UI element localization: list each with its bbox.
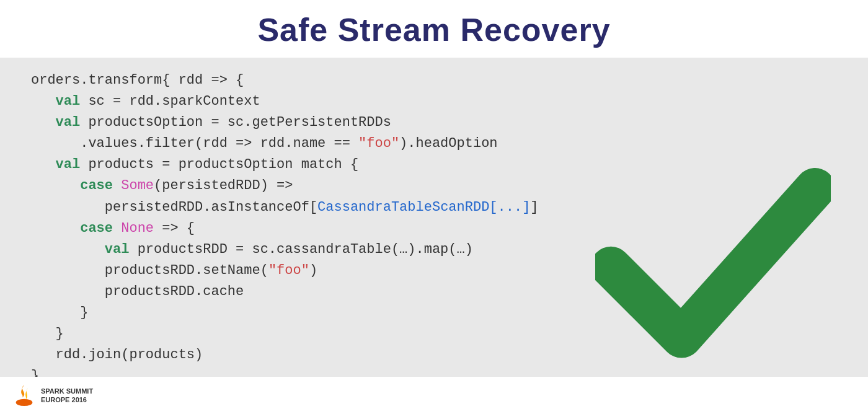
code-line: case None => {	[31, 218, 843, 239]
code-line: productsRDD.cache	[31, 281, 843, 302]
title-area: Safe Stream Recovery	[0, 0, 868, 58]
spark-logo-area: SPARK SUMMIT EUROPE 2016	[12, 384, 93, 407]
slide: Safe Stream Recovery orders.transform{ r…	[0, 0, 868, 414]
code-line: val sc = rdd.sparkContext	[31, 91, 843, 112]
code-line: persistedRDD.asInstanceOf[CassandraTable…	[31, 197, 843, 218]
slide-title: Safe Stream Recovery	[12, 11, 856, 48]
spark-logo-icon	[12, 384, 36, 407]
footer-logo-text: SPARK SUMMIT EUROPE 2016	[41, 387, 93, 405]
code-line: case Some(persistedRDD) =>	[31, 175, 843, 196]
code-line: val productsRDD = sc.cassandraTable(…).m…	[31, 239, 843, 260]
code-line: orders.transform{ rdd => {	[31, 70, 843, 91]
code-line: }	[31, 302, 843, 324]
code-line: rdd.join(products)	[31, 345, 843, 366]
bottom-bar: SPARK SUMMIT EUROPE 2016	[0, 377, 868, 414]
code-line: .values.filter(rdd => rdd.name == "foo")…	[31, 133, 843, 154]
code-area: orders.transform{ rdd => { val sc = rdd.…	[0, 58, 868, 414]
code-line: val productsOption = sc.getPersistentRDD…	[31, 112, 843, 133]
code-line: }	[31, 324, 843, 345]
svg-point-0	[16, 399, 33, 406]
code-line: val products = productsOption match {	[31, 154, 843, 175]
code-line: productsRDD.setName("foo")	[31, 260, 843, 281]
code-block: orders.transform{ rdd => { val sc = rdd.…	[31, 70, 843, 387]
